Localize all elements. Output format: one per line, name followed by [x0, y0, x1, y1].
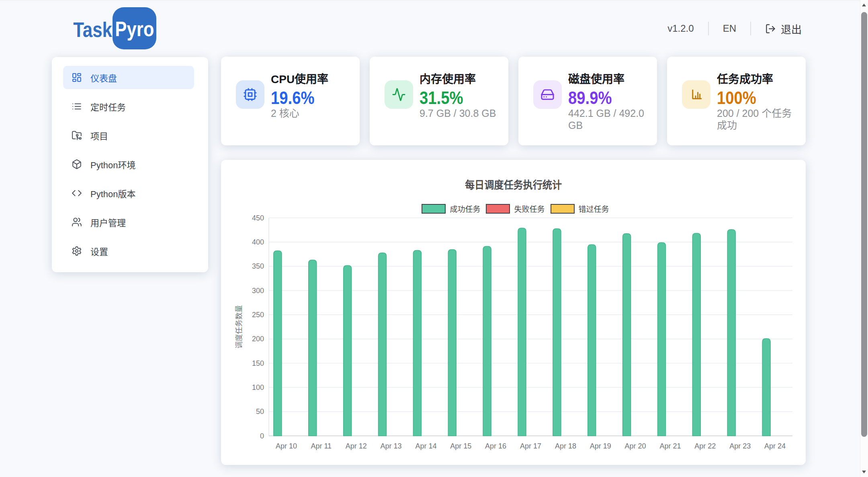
svg-text:Apr 21: Apr 21	[659, 442, 681, 450]
svg-text:Apr 12: Apr 12	[346, 442, 367, 450]
svg-text:Apr 20: Apr 20	[625, 442, 646, 450]
svg-text:Apr 24: Apr 24	[764, 442, 786, 450]
svg-text:400: 400	[252, 238, 264, 246]
svg-text:50: 50	[256, 408, 264, 416]
svg-text:Apr 10: Apr 10	[276, 442, 297, 450]
svg-text:250: 250	[252, 311, 264, 319]
svg-text:350: 350	[252, 262, 264, 270]
svg-text:Apr 16: Apr 16	[485, 442, 506, 450]
svg-text:Apr 17: Apr 17	[520, 442, 541, 450]
svg-text:调度任务数量: 调度任务数量	[235, 305, 243, 349]
svg-text:Apr 13: Apr 13	[380, 442, 401, 450]
svg-text:Apr 23: Apr 23	[729, 442, 751, 450]
svg-text:300: 300	[252, 287, 264, 295]
svg-text:Apr 14: Apr 14	[415, 442, 436, 450]
svg-text:0: 0	[260, 432, 264, 440]
svg-text:Apr 19: Apr 19	[590, 442, 611, 450]
svg-text:100: 100	[252, 383, 264, 391]
svg-text:150: 150	[252, 359, 264, 367]
svg-text:Apr 15: Apr 15	[450, 442, 471, 450]
svg-text:450: 450	[252, 214, 264, 222]
svg-text:Apr 11: Apr 11	[311, 442, 332, 450]
svg-text:Apr 22: Apr 22	[694, 442, 716, 450]
svg-text:Apr 18: Apr 18	[555, 442, 576, 450]
svg-text:200: 200	[252, 335, 264, 343]
